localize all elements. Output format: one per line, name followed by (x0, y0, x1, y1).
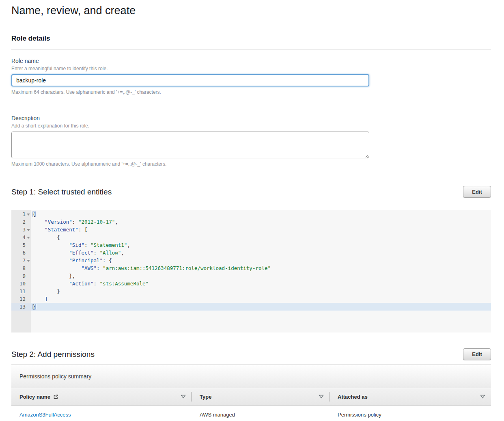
line-number-gutter: 3 (11, 226, 31, 233)
step1-edit-button[interactable]: Edit (463, 186, 491, 198)
policy-name-link[interactable]: AmazonS3FullAccess (19, 412, 71, 418)
editor-line: 2 "Version": "2012-10-17", (11, 218, 491, 226)
fold-caret-placeholder (26, 264, 31, 272)
step1-title: Step 1: Select trusted entities (11, 188, 112, 196)
fold-caret-icon[interactable] (26, 226, 31, 233)
line-number-gutter: 8 (11, 264, 31, 272)
role-name-input[interactable] (11, 74, 369, 86)
sort-filter-icon[interactable] (480, 395, 485, 399)
step2-header: Step 2: Add permissions Edit (11, 348, 491, 360)
fold-caret-icon[interactable] (26, 257, 31, 264)
external-link-icon (53, 394, 58, 399)
role-name-label: Role name (11, 58, 491, 64)
line-number-gutter: 2 (11, 218, 31, 226)
fold-caret-placeholder (26, 241, 31, 249)
permissions-panel: Permissions policy summary Policy name T… (11, 365, 491, 421)
code-line: "Sid": "Statement1", (31, 241, 491, 249)
code-line: } (31, 303, 491, 311)
description-help: Add a short explanation for this role. (11, 123, 491, 129)
description-textarea[interactable] (11, 132, 369, 158)
line-number-gutter: 7 (11, 257, 31, 264)
editor-cursor (36, 304, 36, 309)
step2-title: Step 2: Add permissions (11, 350, 95, 359)
line-number-gutter: 13 (11, 303, 31, 311)
policy-table-header: Policy name Type (11, 388, 491, 406)
column-header-type[interactable]: Type (192, 388, 330, 405)
page-title: Name, review, and create (11, 4, 491, 17)
fold-caret-icon[interactable] (26, 233, 31, 241)
policy-name-cell: AmazonS3FullAccess (11, 412, 192, 418)
column-header-label: Policy name (19, 394, 50, 400)
editor-line: 7 "Principal": { (11, 257, 491, 264)
editor-line: 5 "Sid": "Statement1", (11, 241, 491, 249)
line-number-gutter: 5 (11, 241, 31, 249)
editor-line: 11 } (11, 287, 491, 295)
editor-line: 1{ (11, 210, 491, 218)
column-header-label: Type (200, 394, 211, 400)
permissions-panel-title: Permissions policy summary (11, 365, 491, 388)
attached-as-cell: Permissions policy (330, 412, 491, 418)
description-label: Description (11, 115, 491, 121)
role-details-heading: Role details (11, 35, 491, 43)
editor-empty-area (11, 311, 491, 332)
editor-line: 12 ] (11, 295, 491, 303)
fold-caret-placeholder (26, 249, 31, 257)
sort-filter-icon[interactable] (181, 395, 186, 399)
step2-edit-button[interactable]: Edit (463, 348, 491, 360)
code-line: "Principal": { (31, 257, 491, 264)
sort-filter-icon[interactable] (319, 395, 324, 399)
line-number-gutter: 1 (11, 210, 31, 218)
step1-header: Step 1: Select trusted entities Edit (11, 186, 491, 198)
line-number-gutter: 9 (11, 272, 31, 280)
line-number-gutter: 12 (11, 295, 31, 303)
line-number-gutter: 11 (11, 287, 31, 295)
code-line: } (31, 287, 491, 295)
code-line: "Statement": [ (31, 226, 491, 233)
line-number-gutter: 6 (11, 249, 31, 257)
code-line: "Version": "2012-10-17", (31, 218, 491, 226)
policy-table-body: AmazonS3FullAccessAWS managedPermissions… (11, 406, 491, 421)
gutter-filler (11, 311, 31, 332)
table-row: AmazonS3FullAccessAWS managedPermissions… (11, 406, 491, 421)
line-number-gutter: 10 (11, 280, 31, 287)
fold-caret-placeholder (26, 280, 31, 287)
editor-line: 9 }, (11, 272, 491, 280)
editor-line: 6 "Effect": "Allow", (11, 249, 491, 257)
text-caret (16, 78, 16, 84)
code-line: { (31, 233, 491, 241)
section-divider (11, 50, 491, 50)
line-number-gutter: 4 (11, 233, 31, 241)
code-line: }, (31, 272, 491, 280)
editor-line: 13} (11, 303, 491, 311)
role-name-constraint: Maximum 64 characters. Use alphanumeric … (11, 89, 491, 95)
editor-line: 3 "Statement": [ (11, 226, 491, 233)
editor-line: 4 { (11, 233, 491, 241)
fold-caret-placeholder (26, 218, 31, 226)
column-header-label: Attached as (338, 394, 368, 400)
role-name-help: Enter a meaningful name to identify this… (11, 66, 491, 71)
fold-caret-placeholder (26, 287, 31, 295)
role-name-input-wrap (11, 74, 369, 86)
description-constraint: Maximum 1000 characters. Use alphanumeri… (11, 161, 491, 167)
column-header-attached-as[interactable]: Attached as (330, 388, 491, 405)
code-line: "AWS": "arn:aws:iam::541263489771:role/w… (31, 264, 491, 272)
code-line: { (31, 210, 491, 218)
code-line: ] (31, 295, 491, 303)
fold-caret-placeholder (26, 295, 31, 303)
code-line: "Action": "sts:AssumeRole" (31, 280, 491, 287)
policy-editor[interactable]: 1{2 "Version": "2012-10-17",3 "Statement… (11, 210, 491, 332)
editor-line: 10 "Action": "sts:AssumeRole" (11, 280, 491, 287)
fold-caret-placeholder (26, 272, 31, 280)
column-header-policy-name[interactable]: Policy name (11, 388, 192, 405)
fold-caret-icon[interactable] (26, 210, 31, 218)
fold-caret-placeholder (26, 303, 31, 311)
editor-line: 8 "AWS": "arn:aws:iam::541263489771:role… (11, 264, 491, 272)
code-filler (31, 311, 491, 332)
code-line: "Effect": "Allow", (31, 249, 491, 257)
policy-type-cell: AWS managed (192, 412, 330, 418)
main-content: Name, review, and create Role details Ro… (11, 4, 491, 421)
